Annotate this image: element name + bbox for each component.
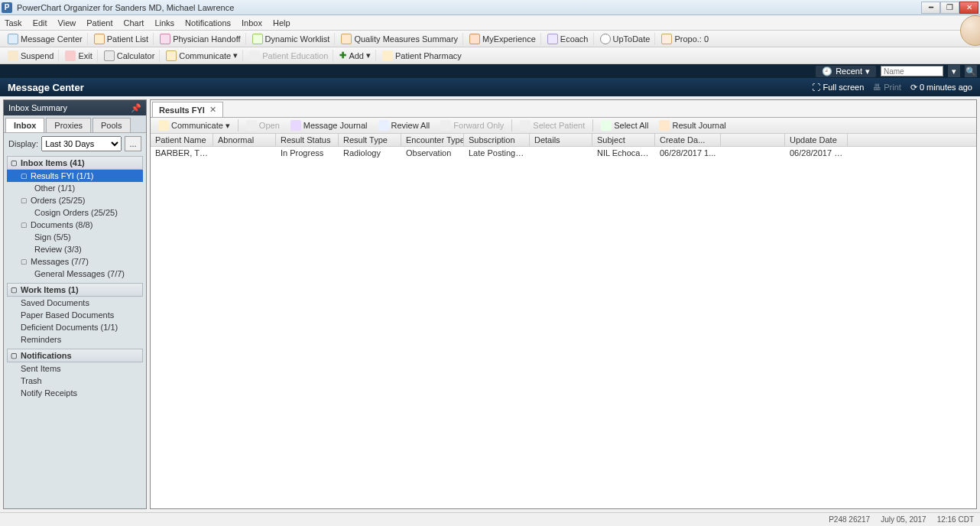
status-bar: P248 26217 July 05, 2017 12:16 CDT xyxy=(0,512,980,526)
tab-pools[interactable]: Pools xyxy=(92,118,131,132)
menu-view[interactable]: View xyxy=(58,18,76,28)
tree-orders[interactable]: ▢Orders (25/25) xyxy=(7,194,143,206)
tree-work-items[interactable]: ▢Work Items (1) xyxy=(7,283,143,297)
refresh-status[interactable]: ⟳0 minutes ago xyxy=(910,83,972,93)
col-subject[interactable]: Subject xyxy=(592,134,655,146)
table-row[interactable]: BARBER, TEST In Progress Radiology Obser… xyxy=(151,147,976,160)
tree-messages[interactable]: ▢Messages (7/7) xyxy=(7,255,143,268)
recent-button[interactable]: 🕘 Recent ▾ xyxy=(816,66,876,77)
suspend-icon xyxy=(8,50,18,61)
ecoach-button[interactable]: Ecoach xyxy=(543,33,594,45)
communicate-icon xyxy=(158,120,169,131)
tree-general-messages[interactable]: General Messages (7/7) xyxy=(7,268,143,280)
col-result-type[interactable]: Result Type xyxy=(339,134,401,146)
menu-notifications[interactable]: Notifications xyxy=(185,18,231,28)
collapse-icon: ▢ xyxy=(21,258,28,265)
pin-icon[interactable]: 📌 xyxy=(131,103,141,113)
tab-results-fyi[interactable]: Results FYI ✕ xyxy=(152,102,223,117)
content-open-button[interactable]: Open xyxy=(242,119,284,132)
tree-review[interactable]: Review (3/3) xyxy=(7,243,143,255)
close-button[interactable]: ✕ xyxy=(959,2,978,14)
tree-sent-items[interactable]: Sent Items xyxy=(7,362,143,375)
suspend-button[interactable]: Suspend xyxy=(3,50,59,62)
tree-documents[interactable]: ▢Documents (8/8) xyxy=(7,219,143,231)
tree-sign[interactable]: Sign (5/5) xyxy=(7,231,143,243)
add-button[interactable]: ✚Add ▾ xyxy=(335,50,376,61)
col-encounter-type[interactable]: Encounter Type xyxy=(401,134,464,146)
menu-help[interactable]: Help xyxy=(273,18,290,28)
search-dropdown-button[interactable]: ▾ xyxy=(948,65,960,77)
cell-details xyxy=(530,147,592,159)
folder-open-icon xyxy=(246,120,257,131)
person-icon xyxy=(94,34,105,44)
tree-other[interactable]: Other (1/1) xyxy=(7,182,143,194)
tree-inbox-items[interactable]: ▢Inbox Items (41) xyxy=(7,156,143,170)
patient-search-input[interactable] xyxy=(881,66,943,76)
tree-results-fyi[interactable]: ▢Results FYI (1/1) xyxy=(7,170,143,182)
content-message-journal-button[interactable]: Message Journal xyxy=(286,119,372,132)
col-patient-name[interactable]: Patient Name xyxy=(151,134,213,146)
physician-handoff-button[interactable]: Physician Handoff xyxy=(155,33,245,45)
col-abnormal[interactable]: Abnormal xyxy=(213,134,276,146)
calculator-button[interactable]: Calculator xyxy=(99,50,161,62)
content-pane: Results FYI ✕ Communicate ▾ Open Message… xyxy=(150,99,977,509)
col-update-date[interactable]: Update Date xyxy=(785,134,848,146)
patient-pharmacy-button[interactable]: Patient Pharmacy xyxy=(378,50,466,62)
menu-chart[interactable]: Chart xyxy=(124,18,144,28)
exit-button[interactable]: Exit xyxy=(60,50,97,62)
col-details[interactable]: Details xyxy=(530,134,592,146)
tree-reminders[interactable]: Reminders xyxy=(7,333,143,346)
message-center-button[interactable]: Message Center xyxy=(3,33,88,45)
dropdown-arrow-icon: ▾ xyxy=(865,67,870,76)
col-blank[interactable] xyxy=(721,134,785,146)
close-tab-button[interactable]: ✕ xyxy=(209,105,216,115)
tab-proxies[interactable]: Proxies xyxy=(46,118,91,132)
envelope-icon xyxy=(8,34,18,44)
col-subscription[interactable]: Subscription xyxy=(464,134,530,146)
communicate-button[interactable]: Communicate ▾ xyxy=(161,50,243,62)
menu-task[interactable]: Task xyxy=(5,18,22,28)
tree-deficient-documents[interactable]: Deficient Documents (1/1) xyxy=(7,321,143,333)
grid-header: Patient Name Abnormal Result Status Resu… xyxy=(151,134,976,147)
display-label: Display: xyxy=(8,139,38,148)
menu-inbox[interactable]: Inbox xyxy=(242,18,262,28)
propo-button[interactable]: Propo.: 0 xyxy=(657,33,713,45)
col-create-date[interactable]: Create Da... xyxy=(655,134,721,146)
uptodate-button[interactable]: UpToDate xyxy=(595,33,656,45)
fullscreen-button[interactable]: ⛶Full screen xyxy=(812,83,864,92)
col-result-status[interactable]: Result Status xyxy=(276,134,339,146)
menu-edit[interactable]: Edit xyxy=(33,18,47,28)
tree-cosign-orders[interactable]: Cosign Orders (25/25) xyxy=(7,206,143,219)
menu-patient[interactable]: Patient xyxy=(86,18,112,28)
tab-inbox[interactable]: Inbox xyxy=(5,118,44,132)
content-select-all-button[interactable]: Select All xyxy=(596,119,653,132)
content-select-patient-button[interactable]: Select Patient xyxy=(515,119,589,132)
app-icon: P xyxy=(2,2,12,13)
handoff-icon xyxy=(160,34,170,44)
display-more-button[interactable]: ... xyxy=(125,136,141,151)
myexperience-button[interactable]: MyExperience xyxy=(465,33,541,45)
patient-list-button[interactable]: Patient List xyxy=(89,33,154,45)
tree-paper-based[interactable]: Paper Based Documents xyxy=(7,309,143,321)
print-button[interactable]: 🖶Print xyxy=(873,83,901,92)
patient-education-button[interactable]: Patient Education xyxy=(245,50,333,62)
tree-notify-receipts[interactable]: Notify Receipts xyxy=(7,387,143,399)
minimize-button[interactable]: ━ xyxy=(921,2,940,14)
quality-measures-button[interactable]: Quality Measures Summary xyxy=(336,33,463,45)
display-range-select[interactable]: Last 30 Days xyxy=(41,136,122,151)
search-button[interactable]: 🔍 xyxy=(965,65,977,77)
content-result-journal-button[interactable]: Result Journal xyxy=(654,119,730,132)
content-forward-only-button[interactable]: Forward Only xyxy=(436,119,508,132)
content-review-all-button[interactable]: Review All xyxy=(374,119,435,132)
tree-saved-documents[interactable]: Saved Documents xyxy=(7,297,143,309)
uptodate-icon xyxy=(600,34,611,44)
worklist-icon xyxy=(252,34,263,44)
menu-links[interactable]: Links xyxy=(154,18,174,28)
tree-trash[interactable]: Trash xyxy=(7,375,143,387)
tree-notifications[interactable]: ▢Notifications xyxy=(7,349,143,362)
message-center-body: Inbox Summary 📌 Inbox Proxies Pools Disp… xyxy=(0,96,980,512)
refresh-icon: ⟳ xyxy=(910,83,917,93)
dynamic-worklist-button[interactable]: Dynamic Worklist xyxy=(248,33,336,45)
content-communicate-button[interactable]: Communicate ▾ xyxy=(154,119,235,132)
restore-button[interactable]: ❐ xyxy=(940,2,959,14)
